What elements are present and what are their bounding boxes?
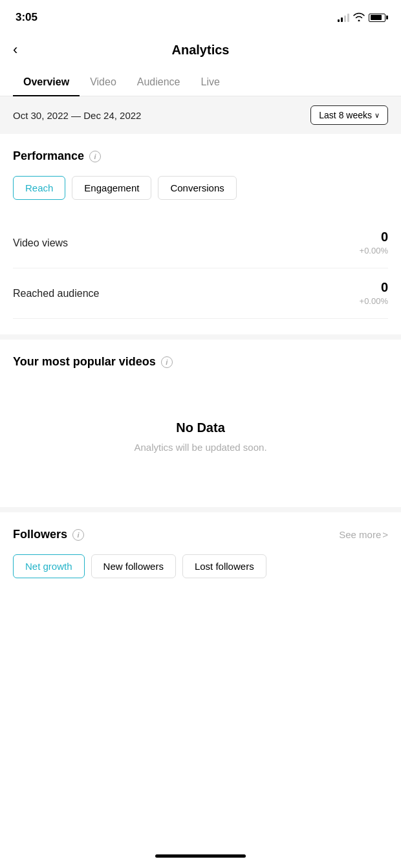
followers-section: Followers i See more > Net growth New fo… bbox=[0, 512, 401, 578]
no-data-title: No Data bbox=[176, 420, 225, 435]
followers-btn-net-growth[interactable]: Net growth bbox=[13, 554, 85, 578]
metric-label-video-views: Video views bbox=[13, 237, 68, 249]
signal-icon bbox=[338, 13, 349, 22]
performance-title: Performance bbox=[13, 149, 84, 163]
date-range-text: Oct 30, 2022 — Dec 24, 2022 bbox=[13, 110, 141, 121]
status-time: 3:05 bbox=[16, 11, 38, 24]
date-range-bar: Oct 30, 2022 — Dec 24, 2022 Last 8 weeks… bbox=[0, 96, 401, 134]
tab-video[interactable]: Video bbox=[80, 69, 127, 96]
followers-info-icon[interactable]: i bbox=[72, 529, 84, 541]
section-divider-2 bbox=[0, 507, 401, 512]
see-more-chevron-icon: > bbox=[382, 529, 388, 540]
back-button[interactable]: ‹ bbox=[13, 39, 23, 61]
tab-overview[interactable]: Overview bbox=[13, 69, 80, 96]
date-range-selector[interactable]: Last 8 weeks ∨ bbox=[310, 105, 388, 125]
metric-change-video-views: +0.00% bbox=[360, 246, 388, 255]
performance-info-icon[interactable]: i bbox=[89, 151, 101, 162]
battery-icon bbox=[369, 14, 385, 22]
status-bar: 3:05 bbox=[0, 0, 401, 32]
followers-btn-new-followers[interactable]: New followers bbox=[91, 554, 176, 578]
no-data-area: No Data Analytics will be updated soon. bbox=[13, 382, 388, 492]
metric-row-video-views: Video views 0 +0.00% bbox=[13, 218, 388, 268]
metric-change-reached-audience: +0.00% bbox=[360, 296, 388, 306]
tab-live[interactable]: Live bbox=[191, 69, 230, 96]
performance-header: Performance i bbox=[13, 149, 388, 163]
no-data-subtitle: Analytics will be updated soon. bbox=[134, 442, 266, 453]
see-more-button[interactable]: See more > bbox=[339, 529, 388, 540]
performance-buttons: Reach Engagement Conversions bbox=[13, 176, 388, 200]
followers-header: Followers i See more > bbox=[13, 528, 388, 541]
popular-videos-title: Your most popular videos bbox=[13, 355, 156, 369]
metric-value-video-views: 0 bbox=[360, 230, 388, 244]
popular-videos-header: Your most popular videos i bbox=[13, 355, 388, 369]
followers-title: Followers bbox=[13, 528, 67, 541]
home-indicator bbox=[155, 854, 246, 858]
followers-buttons: Net growth New followers Lost followers bbox=[13, 554, 388, 578]
metric-label-reached-audience: Reached audience bbox=[13, 288, 99, 299]
tab-audience[interactable]: Audience bbox=[127, 69, 191, 96]
popular-videos-section: Your most popular videos i No Data Analy… bbox=[0, 340, 401, 492]
section-divider-1 bbox=[0, 334, 401, 340]
metric-value-reached-audience: 0 bbox=[360, 280, 388, 295]
status-icons bbox=[338, 12, 385, 23]
wifi-icon bbox=[353, 12, 365, 23]
page-title: Analytics bbox=[172, 43, 230, 58]
perf-btn-engagement[interactable]: Engagement bbox=[72, 176, 151, 200]
tabs-bar: Overview Video Audience Live bbox=[0, 69, 401, 96]
followers-btn-lost-followers[interactable]: Lost followers bbox=[182, 554, 266, 578]
popular-videos-info-icon[interactable]: i bbox=[161, 356, 173, 368]
metric-row-reached-audience: Reached audience 0 +0.00% bbox=[13, 268, 388, 319]
performance-section: Performance i Reach Engagement Conversio… bbox=[0, 134, 401, 319]
chevron-down-icon: ∨ bbox=[374, 111, 380, 120]
perf-btn-reach[interactable]: Reach bbox=[13, 176, 65, 200]
header: ‹ Analytics bbox=[0, 32, 401, 69]
perf-btn-conversions[interactable]: Conversions bbox=[158, 176, 236, 200]
